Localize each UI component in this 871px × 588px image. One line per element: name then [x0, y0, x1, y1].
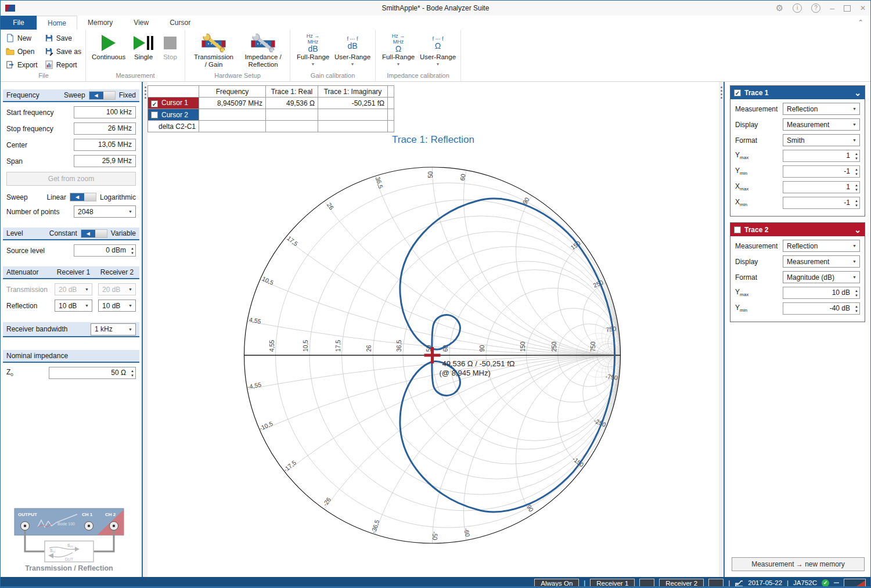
group-label-measurement: Measurement	[89, 71, 182, 81]
level-section-header: Level Constant ◀ Variable	[3, 228, 139, 240]
tab-file[interactable]: File	[1, 16, 37, 30]
report-button[interactable]: Report	[44, 60, 82, 70]
device-link-line	[834, 582, 839, 583]
tab-home[interactable]: Home	[37, 16, 77, 30]
gain-full-range-button[interactable]: Hz →MHzdB Full-Range ▼	[293, 30, 333, 66]
tab-view[interactable]: View	[123, 16, 159, 30]
trace1-xmax-stepper[interactable]: 1▲▼	[783, 181, 860, 193]
continuous-button[interactable]: Continuous	[89, 30, 128, 61]
svg-text:750: 750	[606, 325, 617, 333]
new-button[interactable]: New	[5, 33, 39, 43]
collapse-chevron-icon[interactable]: ⌄	[854, 88, 861, 98]
sweep-fixed-toggle[interactable]: ◀	[89, 91, 116, 100]
open-button[interactable]: Open	[5, 46, 39, 56]
receiver-bandwidth-select[interactable]: 1 kHz▼	[91, 323, 136, 336]
transmission-gain-button[interactable]: Transmission/ Gain	[188, 30, 239, 68]
svg-text:36,5: 36,5	[395, 340, 402, 352]
always-on-button[interactable]: Always On	[534, 579, 579, 587]
impedance-full-range-button[interactable]: Hz →MHzΩ Full-Range ▼	[379, 30, 418, 66]
settings-gear-icon[interactable]: ⚙	[776, 3, 783, 13]
trace1-box: ✓ Trace 1 ⌄ Measurement Reflection▼ Disp…	[730, 85, 865, 217]
dropdown-icon[interactable]: ▼	[436, 62, 440, 66]
trace1-format-select[interactable]: Smith▼	[783, 134, 860, 146]
stop-button[interactable]: Stop	[159, 30, 182, 61]
help-icon[interactable]: ?	[811, 3, 820, 13]
linear-log-toggle[interactable]: ◀	[70, 193, 96, 201]
dropdown-icon[interactable]: ▼	[311, 62, 315, 66]
trace1-display-select[interactable]: Measurement▼	[783, 118, 860, 131]
constant-variable-toggle[interactable]: ◀	[81, 229, 107, 238]
trace1-ymin-stepper[interactable]: -1▲▼	[783, 165, 860, 178]
source-level-stepper[interactable]: 0 dBm ▲▼	[74, 244, 136, 257]
cursor-2-checkbox[interactable]	[151, 111, 158, 118]
cursor-2-row[interactable]: Cursor 2	[148, 109, 394, 121]
reflection-attenuator-1-select[interactable]: 10 dB▼	[55, 300, 92, 312]
save-button[interactable]: Save	[44, 33, 82, 43]
svg-text:50: 50	[427, 171, 434, 178]
collapse-chevron-icon[interactable]: ⌄	[854, 225, 861, 235]
transmission-attenuator-1-select[interactable]: 20 dB▼	[55, 283, 92, 295]
trace2-ymax-stepper[interactable]: 10 dB▲▼	[783, 287, 860, 299]
device-label: Bode 100	[57, 522, 75, 526]
status-bar: Always On | Receiver 1 Receiver 2 | 2017…	[1, 577, 870, 588]
smith-chart[interactable]: 4,5510,517,52636,55060901502507504,5510,…	[147, 82, 719, 577]
impedance-user-range-button[interactable]: f ⋯ fΩ User-Range ▼	[418, 30, 458, 66]
dropdown-icon[interactable]: ▼	[397, 62, 401, 66]
frequency-section-header: Frequency Sweep ◀ Fixed	[3, 89, 139, 102]
tab-memory[interactable]: Memory	[77, 16, 123, 30]
group-label-file: File	[5, 71, 82, 81]
left-splitter[interactable]	[143, 82, 147, 577]
chart-area[interactable]: 4,5510,517,52636,55060901502507504,5510,…	[147, 82, 719, 577]
svg-text:60: 60	[459, 173, 467, 181]
maximize-button[interactable]	[844, 5, 851, 12]
receiver1-button[interactable]: Receiver 1	[590, 579, 635, 587]
close-button[interactable]: ✕	[860, 4, 866, 12]
save-as-button[interactable]: Save as	[44, 46, 82, 56]
trace2-format-select[interactable]: Magnitude (dB)▼	[783, 271, 860, 283]
trace1-ymax-stepper[interactable]: 1▲▼	[783, 150, 860, 162]
get-from-zoom-button[interactable]: Get from zoom	[6, 172, 136, 186]
svg-text:-36,5: -36,5	[370, 519, 381, 535]
trace1-xmin-stepper[interactable]: -1▲▼	[783, 197, 860, 209]
single-button[interactable]: Single	[128, 30, 159, 61]
export-button[interactable]: Export	[5, 60, 39, 70]
reflection-attenuator-2-select[interactable]: 10 dB▼	[98, 300, 136, 312]
export-icon	[6, 60, 15, 69]
start-frequency-input[interactable]: 100 kHz	[74, 106, 136, 118]
number-of-points-select[interactable]: 2048▼	[74, 205, 136, 218]
trace2-measurement-select[interactable]: Reflection▼	[783, 240, 860, 252]
svg-text:36,5: 36,5	[375, 176, 385, 189]
info-icon[interactable]: i	[793, 3, 802, 13]
trace1-checkbox[interactable]: ✓	[734, 89, 741, 96]
trace2-header[interactable]: Trace 2 ⌄	[730, 223, 865, 236]
minimize-button[interactable]: –	[830, 5, 834, 11]
new-file-icon	[6, 34, 15, 42]
ribbon-collapse-icon[interactable]: ⌃	[858, 19, 870, 27]
cursor-1-row[interactable]: ✓Cursor 1 8,945097 MHz 49,536 Ω -50,251 …	[148, 98, 394, 109]
center-frequency-input[interactable]: 13,05 MHz	[74, 139, 136, 151]
stop-frequency-input[interactable]: 26 MHz	[74, 122, 136, 135]
trace1-header[interactable]: ✓ Trace 1 ⌄	[730, 86, 865, 99]
cursor-1-checkbox[interactable]: ✓	[151, 100, 158, 107]
span-input[interactable]: 25,9 MHz	[74, 155, 136, 167]
right-splitter[interactable]	[719, 82, 724, 577]
trace2-ymin-stepper[interactable]: -40 dB▲▼	[783, 302, 860, 315]
svg-text:4,55: 4,55	[268, 340, 275, 352]
transmission-attenuator-2-select[interactable]: 20 dB▼	[98, 283, 136, 295]
nominal-impedance-stepper[interactable]: 50 Ω ▲▼	[49, 367, 136, 379]
receiver2-button[interactable]: Receiver 2	[659, 579, 704, 587]
impedance-reflection-button[interactable]: Impedance /Reflection	[239, 30, 287, 68]
cursor-table: Frequency Trace 1: Real Trace 1: Imagina…	[147, 85, 394, 132]
receiver1-level-box	[639, 579, 654, 587]
trace2-display-select[interactable]: Measurement▼	[783, 255, 860, 268]
gain-user-range-button[interactable]: f ⋯ fdB User-Range ▼	[333, 30, 372, 66]
dropdown-icon[interactable]: ▼	[351, 62, 355, 66]
trace1-measurement-select[interactable]: Reflection▼	[783, 103, 860, 115]
hz-mhz-db-icon: Hz →MHzdB	[307, 33, 320, 53]
tab-cursor[interactable]: Cursor	[159, 16, 201, 30]
open-folder-icon	[6, 47, 15, 56]
s11-label: S₁₁	[50, 549, 56, 553]
calibration-date: 2017-05-22	[748, 579, 782, 586]
trace2-checkbox[interactable]	[734, 226, 741, 233]
measurement-to-memory-button[interactable]: Measurement → new memory	[732, 557, 865, 571]
